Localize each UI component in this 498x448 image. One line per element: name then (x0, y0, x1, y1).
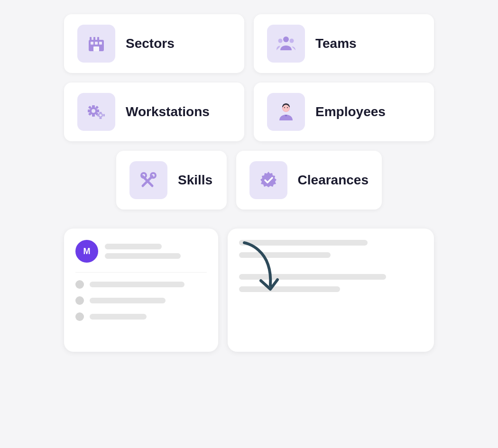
workstations-icon-box (77, 93, 115, 131)
avatar-initial: M (83, 247, 91, 256)
svg-rect-15 (88, 110, 90, 112)
mock-app-left: M (64, 229, 218, 352)
svg-rect-7 (97, 37, 99, 41)
mock-header: M (75, 240, 207, 263)
svg-point-34 (141, 173, 146, 178)
sectors-label: Sectors (126, 36, 175, 51)
mock-line-1 (105, 244, 162, 249)
mock-divider (75, 272, 207, 273)
employees-icon (276, 101, 296, 122)
mock-row-3 (75, 312, 207, 321)
mock-list-line-3 (90, 314, 147, 320)
sectors-card[interactable]: Sectors (64, 14, 244, 73)
sectors-icon-box (77, 25, 115, 63)
svg-rect-5 (90, 37, 92, 41)
svg-point-12 (92, 109, 95, 113)
svg-rect-25 (97, 114, 99, 117)
svg-rect-1 (91, 42, 93, 45)
mock-row-1 (75, 280, 207, 289)
mock-dot-2 (75, 296, 84, 305)
workstations-card[interactable]: Workstations (64, 82, 244, 141)
svg-point-29 (284, 107, 285, 108)
employees-label: Employees (315, 104, 386, 119)
clearances-label: Clearances (298, 173, 369, 188)
teams-label: Teams (315, 36, 357, 51)
teams-icon-box (267, 25, 305, 63)
mock-list-line-2 (90, 298, 166, 303)
skills-label: Skills (178, 173, 212, 188)
svg-point-28 (283, 105, 289, 111)
clearances-card[interactable]: Clearances (236, 151, 382, 210)
svg-point-32 (151, 173, 156, 178)
workstations-label: Workstations (126, 104, 210, 119)
bottom-illustration: M (64, 229, 434, 352)
svg-rect-16 (97, 110, 99, 112)
svg-rect-2 (95, 42, 98, 45)
employees-icon-box (267, 93, 305, 131)
svg-point-22 (100, 114, 102, 117)
svg-rect-4 (93, 46, 99, 51)
mock-avatar: M (75, 240, 98, 263)
teams-icon (276, 33, 296, 54)
mock-row-2 (75, 296, 207, 305)
svg-rect-23 (100, 112, 102, 114)
svg-rect-14 (92, 114, 95, 117)
svg-point-30 (287, 107, 288, 108)
svg-point-10 (290, 39, 294, 43)
skills-card[interactable]: Skills (116, 151, 227, 210)
svg-rect-13 (92, 105, 95, 108)
mock-dot-3 (75, 312, 84, 321)
clearances-icon-box (249, 161, 287, 199)
clearances-icon (258, 170, 279, 191)
teams-card[interactable]: Teams (254, 14, 434, 73)
mock-line-2 (105, 253, 181, 259)
svg-rect-3 (99, 42, 102, 45)
workstations-icon (86, 101, 107, 122)
mock-dot-1 (75, 280, 84, 289)
mock-list-line-1 (90, 282, 184, 287)
arrow-icon (235, 238, 282, 304)
skills-icon-box (129, 161, 167, 199)
svg-rect-6 (93, 37, 95, 41)
svg-point-8 (283, 37, 289, 42)
svg-rect-24 (100, 118, 102, 119)
skills-icon (138, 170, 159, 191)
arrow-container (235, 238, 282, 306)
sectors-icon (86, 33, 107, 54)
mock-header-lines (105, 244, 181, 259)
svg-rect-26 (103, 114, 105, 117)
svg-point-9 (278, 39, 283, 43)
employees-card[interactable]: Employees (254, 82, 434, 141)
